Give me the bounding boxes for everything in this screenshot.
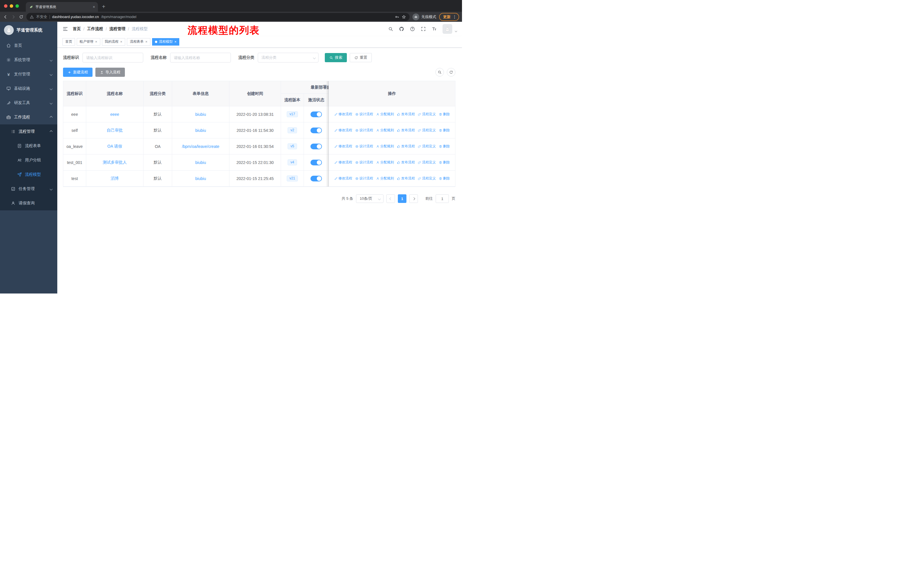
op-assign-link[interactable]: 分配规则 [376, 176, 394, 181]
sidebar-item-home[interactable]: 首页 [0, 38, 57, 53]
sidebar-item-dev-tools[interactable]: 研发工具 [0, 96, 57, 110]
op-definition-link[interactable]: 流程定义 [418, 144, 436, 149]
tag-close-icon[interactable]: × [120, 40, 122, 43]
form-info-link[interactable]: biubiu [195, 160, 206, 165]
browser-update-button[interactable]: 更新 [439, 13, 459, 21]
process-name-link[interactable]: OA 请假 [107, 144, 122, 149]
active-toggle[interactable] [310, 127, 322, 133]
help-question-icon[interactable] [410, 26, 415, 31]
op-modify-link[interactable]: 修改流程 [334, 176, 352, 181]
op-delete-link[interactable]: 删除 [439, 112, 450, 117]
op-publish-link[interactable]: 发布流程 [397, 160, 415, 165]
font-size-icon[interactable] [432, 26, 437, 31]
breadcrumb-item-home[interactable]: 首页 [73, 26, 81, 31]
op-modify-link[interactable]: 修改流程 [334, 128, 352, 133]
user-avatar[interactable] [442, 24, 452, 34]
process-name-link[interactable]: eeee [110, 112, 119, 117]
op-design-link[interactable]: 设计流程 [355, 176, 373, 181]
tag-close-icon[interactable]: × [175, 40, 177, 43]
fullscreen-icon[interactable] [421, 26, 426, 31]
page-size-select[interactable]: 10条/页 [356, 194, 383, 203]
op-publish-link[interactable]: 发布流程 [397, 176, 415, 181]
active-toggle[interactable] [310, 144, 322, 149]
tag-tenant[interactable]: 租户管理 × [77, 38, 100, 46]
sidebar-item-system[interactable]: 系统管理 [0, 53, 57, 67]
browser-tab[interactable]: 芋道管理系统 × [26, 2, 98, 12]
search-button[interactable]: 搜索 [325, 53, 347, 62]
op-definition-link[interactable]: 流程定义 [418, 176, 436, 181]
minimize-window-button[interactable] [10, 4, 13, 8]
active-toggle[interactable] [310, 111, 322, 117]
forward-button[interactable] [11, 14, 16, 20]
menu-dots-icon[interactable] [452, 15, 457, 19]
sidebar-item-leave-query[interactable]: 请假查询 [0, 196, 57, 210]
import-process-button[interactable]: 导入流程 [96, 68, 125, 77]
op-design-link[interactable]: 设计流程 [355, 112, 373, 117]
process-id-input[interactable] [82, 53, 143, 63]
bookmark-star-icon[interactable] [402, 15, 406, 19]
active-toggle[interactable] [310, 160, 322, 165]
sidebar-item-process-form[interactable]: 流程表单 [0, 139, 57, 153]
new-tab-button[interactable]: + [102, 4, 106, 10]
op-publish-link[interactable]: 发布流程 [397, 144, 415, 149]
op-definition-link[interactable]: 流程定义 [418, 160, 436, 165]
tag-process-form[interactable]: 流程表单 × [127, 38, 150, 46]
next-page-button[interactable] [409, 194, 418, 203]
op-design-link[interactable]: 设计流程 [355, 160, 373, 165]
op-definition-link[interactable]: 流程定义 [418, 128, 436, 133]
toggle-search-button[interactable] [436, 68, 444, 76]
op-design-link[interactable]: 设计流程 [355, 144, 373, 149]
op-definition-link[interactable]: 流程定义 [418, 112, 436, 117]
breadcrumb-item-workflow[interactable]: 工作流程 [87, 26, 103, 31]
op-delete-link[interactable]: 删除 [439, 128, 450, 133]
sidebar-item-task-mgmt[interactable]: 任务管理 [0, 182, 57, 196]
active-toggle[interactable] [310, 176, 322, 182]
reset-button[interactable]: 重置 [350, 53, 372, 62]
tag-my-process[interactable]: 我的流程 × [102, 38, 125, 46]
refresh-table-button[interactable] [447, 68, 455, 76]
op-design-link[interactable]: 设计流程 [355, 128, 373, 133]
op-assign-link[interactable]: 分配规则 [376, 128, 394, 133]
process-name-input[interactable] [170, 53, 231, 63]
tag-process-model-active[interactable]: 流程模型 × [152, 38, 180, 46]
op-delete-link[interactable]: 删除 [439, 144, 450, 149]
goto-page-input[interactable] [436, 194, 449, 203]
form-info-link[interactable]: biubiu [195, 176, 206, 181]
sidebar-item-process-model[interactable]: 流程模型 [0, 167, 57, 182]
op-delete-link[interactable]: 删除 [439, 176, 450, 181]
process-name-link[interactable]: 自己审批 [107, 128, 123, 133]
sidebar-item-pay[interactable]: ¥ 支付管理 [0, 67, 57, 81]
op-publish-link[interactable]: 发布流程 [397, 112, 415, 117]
op-modify-link[interactable]: 修改流程 [334, 112, 352, 117]
tag-home[interactable]: 首页 [63, 38, 75, 46]
category-select[interactable]: 流程分类 [258, 53, 318, 63]
op-publish-link[interactable]: 发布流程 [397, 128, 415, 133]
op-assign-link[interactable]: 分配规则 [376, 160, 394, 165]
tag-close-icon[interactable]: × [145, 40, 147, 43]
form-info-link[interactable]: biubiu [195, 112, 206, 117]
sidebar-item-process-mgmt[interactable]: 流程管理 [0, 124, 57, 139]
page-1-button[interactable]: 1 [398, 194, 406, 203]
op-assign-link[interactable]: 分配规则 [376, 112, 394, 117]
form-info-link[interactable]: biubiu [195, 128, 206, 133]
tag-close-icon[interactable]: × [95, 40, 97, 43]
sidebar-collapse-icon[interactable] [63, 26, 68, 32]
zoom-window-button[interactable] [15, 4, 19, 8]
github-icon[interactable] [399, 26, 404, 31]
search-icon[interactable] [388, 26, 393, 31]
reload-button[interactable] [19, 15, 23, 19]
sidebar-item-workflow[interactable]: 工作流程 [0, 110, 57, 124]
form-info-link[interactable]: /bpm/oa/leave/create [182, 144, 219, 149]
process-name-link[interactable]: 滔博 [111, 176, 119, 181]
breadcrumb-item-process-mgmt[interactable]: 流程管理 [109, 26, 125, 31]
process-name-link[interactable]: 测试多审批人 [103, 160, 127, 165]
password-key-icon[interactable] [395, 15, 399, 19]
op-modify-link[interactable]: 修改流程 [334, 144, 352, 149]
op-delete-link[interactable]: 删除 [439, 160, 450, 165]
back-button[interactable] [3, 14, 8, 20]
op-modify-link[interactable]: 修改流程 [334, 160, 352, 165]
close-window-button[interactable] [4, 4, 7, 8]
address-bar[interactable]: 不安全 dashboard.yudao.iocoder.cn /bpm/mana… [26, 13, 409, 21]
prev-page-button[interactable] [386, 194, 395, 203]
sidebar-item-infra[interactable]: 基础设施 [0, 81, 57, 96]
